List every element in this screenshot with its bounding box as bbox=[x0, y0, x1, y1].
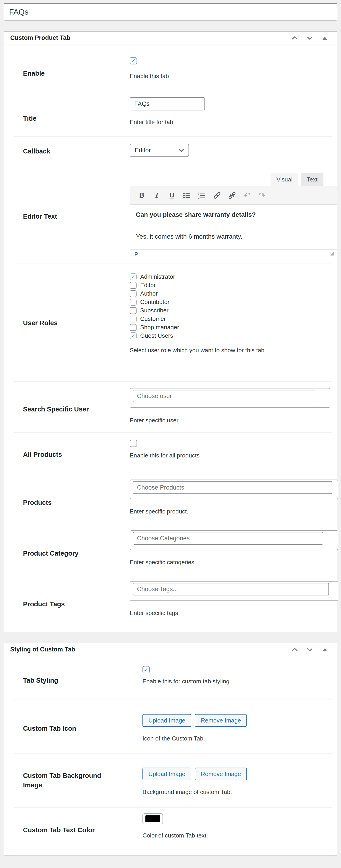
svg-text:3: 3 bbox=[198, 196, 199, 199]
custom-tab-text-color-label: Custom Tab Text Color bbox=[23, 813, 110, 849]
role-checkbox-editor[interactable] bbox=[130, 282, 137, 289]
remove-image-button[interactable]: Remove Image bbox=[195, 714, 247, 727]
callback-label: Callback bbox=[23, 144, 110, 164]
search-specific-user-row: Search Specific User Enter specific user… bbox=[4, 382, 337, 432]
resize-grip-icon[interactable] bbox=[330, 251, 334, 257]
role-checkbox-guest-users[interactable]: ✓ bbox=[130, 333, 137, 339]
role-checkbox-author[interactable] bbox=[130, 290, 137, 297]
role-checkbox-subscriber[interactable] bbox=[130, 307, 137, 314]
bulleted-list-icon[interactable] bbox=[181, 189, 193, 202]
tab-title-input[interactable] bbox=[130, 97, 205, 111]
bold-icon[interactable]: B bbox=[136, 189, 148, 202]
role-label: Contributor bbox=[140, 299, 170, 306]
role-item: Author bbox=[130, 289, 328, 298]
role-checkbox-administrator[interactable]: ✓ bbox=[130, 274, 137, 280]
redo-icon[interactable]: ↷ bbox=[256, 189, 268, 202]
styling-of-custom-tab-panel: Styling of Custom Tab Tab Styling ✓ Enab… bbox=[4, 643, 337, 856]
move-up-icon[interactable] bbox=[291, 646, 299, 654]
choose-products-input[interactable] bbox=[133, 481, 332, 494]
editor-visual-tab[interactable]: Visual bbox=[271, 173, 299, 186]
color-swatch bbox=[145, 815, 160, 822]
custom-tab-icon-row: Custom Tab Icon Upload Image Remove Imag… bbox=[4, 700, 337, 753]
custom-tab-icon-description: Icon of the Custom Tab. bbox=[142, 735, 328, 742]
checkmark-icon: ✓ bbox=[131, 333, 136, 339]
product-category-description: Enter specific catogeries . bbox=[130, 559, 328, 566]
role-checkbox-customer[interactable] bbox=[130, 316, 137, 322]
link-icon[interactable] bbox=[211, 189, 223, 202]
all-products-description: Enable this for all products bbox=[130, 452, 328, 459]
toggle-panel-icon[interactable] bbox=[321, 34, 329, 42]
choose-user-multiselect[interactable] bbox=[130, 388, 330, 408]
role-label: Subscriber bbox=[140, 307, 168, 314]
product-category-row: Product Category Enter specific catogeri… bbox=[4, 524, 337, 579]
choose-categories-multiselect[interactable] bbox=[130, 530, 338, 550]
editor-text-row: Editor Text Visual Text B I U bbox=[4, 164, 337, 263]
enable-description: Enable this tab bbox=[130, 73, 328, 80]
enable-label: Enable bbox=[23, 57, 110, 91]
role-item: ✓Guest Users bbox=[130, 332, 328, 340]
move-down-icon[interactable] bbox=[306, 646, 314, 654]
post-title-input[interactable] bbox=[4, 3, 337, 21]
user-roles-list: ✓Administrator Editor Author Contributor… bbox=[130, 273, 328, 340]
role-checkbox-shop-manager[interactable] bbox=[130, 324, 137, 331]
choose-user-input[interactable] bbox=[133, 390, 315, 402]
callback-select[interactable]: Editor bbox=[130, 144, 189, 157]
products-description: Enter specific product. bbox=[130, 508, 328, 515]
panel-bottom-spacer bbox=[4, 850, 337, 856]
choose-products-multiselect[interactable] bbox=[130, 479, 338, 499]
role-item: Editor bbox=[130, 281, 328, 289]
move-down-icon[interactable] bbox=[306, 34, 314, 42]
product-tags-label: Product Tags bbox=[23, 581, 110, 626]
user-roles-row: User Roles ✓Administrator Editor Author … bbox=[4, 264, 337, 381]
role-item: Shop manager bbox=[130, 323, 328, 332]
title-label: Title bbox=[23, 97, 110, 136]
editor-text-tab[interactable]: Text bbox=[301, 173, 323, 186]
products-label: Products bbox=[23, 479, 110, 524]
custom-product-tab-panel: Custom Product Tab Enable ✓ Enable this … bbox=[4, 31, 337, 632]
callback-row: Callback Editor bbox=[4, 137, 337, 164]
tab-styling-checkbox[interactable]: ✓ bbox=[142, 666, 150, 673]
choose-tags-input[interactable] bbox=[133, 583, 329, 595]
editor-toolbar: B I U 1 bbox=[130, 186, 337, 205]
custom-tab-text-color-description: Color of custom Tab text. bbox=[142, 832, 328, 839]
search-specific-user-label: Search Specific User bbox=[23, 388, 110, 432]
upload-image-button[interactable]: Upload Image bbox=[142, 768, 191, 780]
product-tags-row: Product Tags Enter specific tags. bbox=[4, 579, 337, 626]
role-item: Customer bbox=[130, 315, 328, 323]
enable-checkbox[interactable]: ✓ bbox=[130, 57, 137, 64]
custom-tab-icon-label: Custom Tab Icon bbox=[23, 714, 110, 753]
editor-text-label: Editor Text bbox=[23, 173, 110, 263]
product-category-label: Product Category bbox=[23, 530, 110, 579]
role-label: Administrator bbox=[140, 273, 175, 280]
panel-title: Styling of Custom Tab bbox=[10, 646, 75, 653]
editor-content[interactable]: Can you please share warranty details? Y… bbox=[130, 205, 337, 249]
role-item: Subscriber bbox=[130, 306, 328, 315]
move-up-icon[interactable] bbox=[291, 34, 299, 42]
choose-categories-input[interactable] bbox=[133, 532, 323, 545]
remove-image-button[interactable]: Remove Image bbox=[195, 768, 247, 780]
editor-path-status: P bbox=[135, 251, 138, 257]
checkmark-icon: ✓ bbox=[131, 58, 136, 64]
italic-icon[interactable]: I bbox=[151, 189, 163, 202]
role-label: Shop manager bbox=[140, 324, 179, 331]
panel-header: Custom Product Tab bbox=[4, 32, 337, 44]
checkmark-icon: ✓ bbox=[144, 667, 149, 673]
enable-row: Enable ✓ Enable this tab bbox=[4, 44, 337, 91]
custom-tab-background-image-row: Custom Tab Background Image Upload Image… bbox=[4, 754, 337, 807]
undo-icon[interactable]: ↶ bbox=[241, 189, 253, 202]
role-item: Contributor bbox=[130, 298, 328, 306]
numbered-list-icon[interactable]: 1 2 3 bbox=[196, 189, 208, 202]
underline-icon[interactable]: U bbox=[166, 189, 178, 202]
unlink-icon[interactable] bbox=[226, 189, 238, 202]
title-description: Enter title for tab bbox=[130, 119, 328, 126]
toggle-panel-icon[interactable] bbox=[321, 646, 329, 654]
upload-image-button[interactable]: Upload Image bbox=[142, 714, 191, 727]
role-checkbox-contributor[interactable] bbox=[130, 299, 137, 306]
role-item: ✓Administrator bbox=[130, 273, 328, 281]
role-label: Editor bbox=[140, 282, 156, 289]
choose-tags-multiselect[interactable] bbox=[130, 581, 338, 601]
editor-paragraph: Yes, it comes with 6 months warranty. bbox=[136, 233, 331, 240]
products-row: Products Enter specific product. bbox=[4, 474, 337, 524]
all-products-checkbox[interactable] bbox=[130, 440, 137, 447]
text-color-picker-button[interactable] bbox=[142, 813, 163, 824]
